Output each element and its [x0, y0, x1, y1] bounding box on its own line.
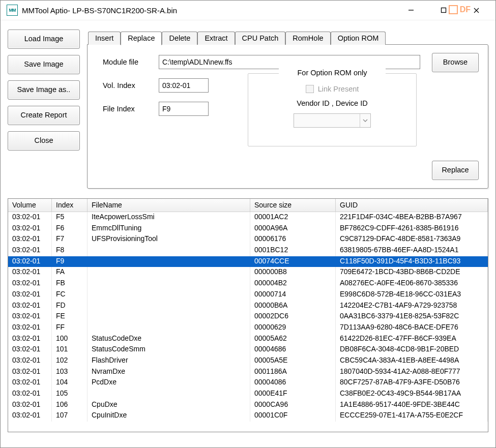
col-header-volume[interactable]: Volume — [8, 199, 52, 212]
cell-guid: DB08F6CA-3048-4CD8-9B1F-20BED — [336, 344, 488, 355]
save-image-button[interactable]: Save Image — [8, 55, 80, 74]
option-rom-group: For Option ROM only Link Present Vendor … — [248, 73, 417, 146]
create-report-button[interactable]: Create Report — [8, 106, 80, 125]
svg-rect-1 — [442, 8, 446, 13]
cell-size: 00001AC2 — [250, 212, 336, 223]
cell-filename — [87, 389, 250, 400]
tab-delete[interactable]: Delete — [162, 32, 197, 45]
cell-size: 00004686 — [250, 344, 336, 355]
tab-strip: Insert Replace Delete Extract CPU Patch … — [87, 29, 488, 45]
table-row[interactable]: 03:02-01F7UFSProvisioningTool00006176C9C… — [8, 234, 488, 245]
table-row[interactable]: 03:02-01FD00000B6A142204E2-C7B1-4AF9-A72… — [8, 301, 488, 312]
option-rom-group-label: For Option ROM only — [279, 69, 386, 77]
col-header-source-size[interactable]: Source size — [250, 199, 336, 212]
cell-guid: E998C6D8-572B-4E18-96CC-031EA3 — [336, 289, 488, 301]
table-row[interactable]: 03:02-01FC00000714E998C6D8-572B-4E18-96C… — [8, 289, 488, 301]
tab-body: Module file Vol. Index File Index Browse… — [87, 44, 488, 189]
cell-size: 00001C0F — [250, 410, 336, 422]
cell-index: F9 — [52, 256, 87, 267]
replace-button[interactable]: Replace — [432, 161, 479, 180]
table-row[interactable]: 03:02-01F900074CCEC118F50D-391D-45F4-B3D… — [8, 256, 488, 267]
cell-filename — [87, 301, 250, 312]
cell-size: 000000B8 — [250, 267, 336, 278]
cell-index: 101 — [52, 344, 87, 355]
table-row[interactable]: 03:02-01106CpuDxe0000CA961A1E4886-9517-4… — [8, 400, 488, 411]
tab-extract[interactable]: Extract — [197, 32, 235, 45]
minimize-button[interactable] — [402, 3, 420, 17]
col-header-index[interactable]: Index — [52, 199, 87, 212]
table-row[interactable]: 03:02-01FA000000B8709E6472-1BCD-43BD-8B6… — [8, 267, 488, 278]
cell-volume: 03:02-01 — [8, 267, 52, 278]
cell-index: 102 — [52, 355, 87, 367]
vendor-device-value — [294, 114, 360, 127]
cell-filename: EmmcDllTuning — [87, 223, 250, 234]
table-row[interactable]: 03:02-01102FlashDriver00005A5ECBC59C4A-3… — [8, 355, 488, 367]
vol-index-label: Vol. Index — [103, 81, 152, 89]
cell-filename: StatusCodeDxe — [87, 334, 250, 345]
cell-guid: 7D113AA9-6280-48C6-BACE-DFE76 — [336, 322, 488, 334]
cell-guid: 0AA31BC6-3379-41E8-825A-53F82C — [336, 311, 488, 322]
cell-filename — [87, 256, 250, 267]
cell-filename — [87, 278, 250, 289]
cell-index: 105 — [52, 389, 87, 400]
cell-index: FA — [52, 267, 87, 278]
close-button[interactable] — [467, 3, 485, 17]
col-header-guid[interactable]: GUID — [336, 199, 488, 212]
vendor-device-label: Vendor ID , Device ID — [297, 99, 367, 107]
table-row[interactable]: 03:02-01F80001BC1263819805-67BB-46EF-AA8… — [8, 245, 488, 256]
cell-index: FB — [52, 278, 87, 289]
cell-volume: 03:02-01 — [8, 212, 52, 223]
cell-index: FE — [52, 311, 87, 322]
vendor-device-combo[interactable] — [294, 113, 371, 128]
cell-size: 00005A62 — [250, 334, 336, 345]
table-row[interactable]: 03:02-01FB000004B2A08276EC-A0FE-4E06-867… — [8, 278, 488, 289]
tab-option-rom[interactable]: Option ROM — [331, 32, 386, 45]
table-row[interactable]: 03:02-011050000E41FC38FB0E2-0C43-49C9-B5… — [8, 389, 488, 400]
cell-filename: IteAcpowerLossSmi — [87, 212, 250, 223]
table-row[interactable]: 03:02-01101StatusCodeSmm00004686DB08F6CA… — [8, 344, 488, 355]
save-image-as-button[interactable]: Save Image as.. — [8, 80, 80, 100]
cell-size: 00074CCE — [250, 256, 336, 267]
col-header-filename[interactable]: FileName — [87, 199, 250, 212]
link-present-checkbox — [306, 85, 314, 93]
cell-guid: C9C87129-DFAC-48DE-8581-7363A9 — [336, 234, 488, 245]
cell-size: 0001186A — [250, 367, 336, 378]
cell-volume: 03:02-01 — [8, 377, 52, 389]
cell-guid: 1807040D-5934-41A2-A088-8E0F777 — [336, 367, 488, 378]
table-row[interactable]: 03:02-01FE00002DC60AA31BC6-3379-41E8-825… — [8, 311, 488, 322]
module-grid[interactable]: Volume Index FileName Source size GUID 0… — [8, 198, 488, 432]
table-row[interactable]: 03:02-01103NvramDxe0001186A1807040D-5934… — [8, 367, 488, 378]
table-row[interactable]: 03:02-01F5IteAcpowerLossSmi00001AC2221F1… — [8, 212, 488, 223]
load-image-button[interactable]: Load Image — [8, 29, 80, 49]
chevron-down-icon[interactable] — [360, 114, 370, 127]
cell-index: 106 — [52, 400, 87, 411]
cell-volume: 03:02-01 — [8, 289, 52, 301]
maximize-button[interactable] — [434, 3, 453, 17]
table-row[interactable]: 03:02-01F6EmmcDllTuning0000A96ABF7862C9-… — [8, 223, 488, 234]
cell-filename: CpuInitDxe — [87, 410, 250, 422]
table-row[interactable]: 03:02-01FF000006297D113AA9-6280-48C6-BAC… — [8, 322, 488, 334]
table-row[interactable]: 03:02-01100StatusCodeDxe00005A6261422D26… — [8, 334, 488, 345]
cell-size: 0000E41F — [250, 389, 336, 400]
browse-button[interactable]: Browse — [432, 53, 479, 72]
cell-guid: 142204E2-C7B1-4AF9-A729-923758 — [336, 301, 488, 312]
table-row[interactable]: 03:02-01104PcdDxe0000408680CF7257-87AB-4… — [8, 377, 488, 389]
grid-body[interactable]: 03:02-01F5IteAcpowerLossSmi00001AC2221F1… — [8, 212, 488, 432]
cell-size: 00000629 — [250, 322, 336, 334]
cell-filename: NvramDxe — [87, 367, 250, 378]
cell-guid: 1A1E4886-9517-440E-9FDE-3BE44C — [336, 400, 488, 411]
cell-filename: StatusCodeSmm — [87, 344, 250, 355]
tab-replace[interactable]: Replace — [121, 32, 162, 45]
table-row[interactable]: 03:02-01107CpuInitDxe00001C0FECCCE259-07… — [8, 410, 488, 422]
vol-index-input[interactable] — [159, 78, 209, 93]
tab-insert[interactable]: Insert — [88, 32, 121, 45]
module-file-input[interactable] — [159, 55, 420, 69]
tab-rom-hole[interactable]: RomHole — [285, 32, 330, 45]
cell-guid: 80CF7257-87AB-47F9-A3FE-D50B76 — [336, 377, 488, 389]
cell-volume: 03:02-01 — [8, 245, 52, 256]
sidebar: Load Image Save Image Save Image as.. Cr… — [8, 29, 80, 189]
tab-cpu-patch[interactable]: CPU Patch — [235, 32, 286, 45]
close-button-sidebar[interactable]: Close — [8, 131, 80, 151]
file-index-input[interactable] — [159, 102, 209, 116]
cell-index: F6 — [52, 223, 87, 234]
